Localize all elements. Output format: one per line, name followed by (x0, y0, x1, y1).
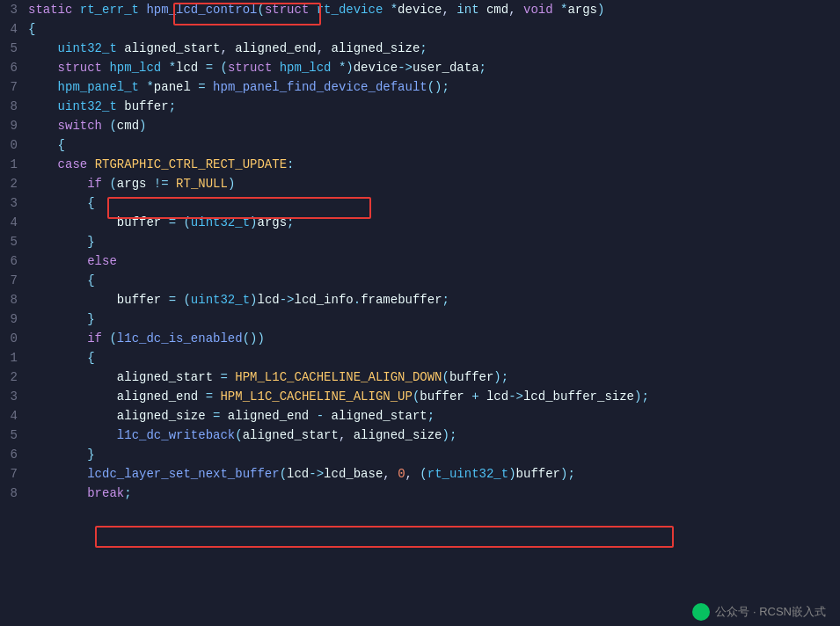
token: = (206, 61, 221, 75)
line-number: 7 (0, 271, 28, 290)
token: = (206, 389, 221, 404)
token: - (317, 409, 332, 423)
line-content: buffer = (uint32_t)args; (28, 213, 840, 232)
line-number: 6 (0, 58, 28, 77)
line-number: 2 (0, 174, 28, 193)
token: ( (235, 428, 242, 442)
line-number: 8 (0, 484, 28, 503)
code-line: 4 buffer = (uint32_t)args; (0, 213, 840, 232)
watermark: 公众号 · RCSN嵌入式 (692, 603, 826, 621)
token: ) (508, 467, 515, 481)
token: ( (420, 467, 427, 481)
line-number: 0 (0, 329, 28, 348)
token: != (154, 177, 176, 191)
token: = (169, 215, 184, 229)
token: { (28, 22, 35, 36)
token: aligned_end (228, 409, 317, 423)
line-number: 8 (0, 290, 28, 309)
token: buffer (420, 389, 471, 404)
token: hpm_lcd (280, 61, 339, 75)
code-line: 6 struct hpm_lcd *lcd = (struct hpm_lcd … (0, 58, 840, 77)
line-number: 6 (0, 251, 28, 271)
token (28, 215, 117, 229)
token: ; (427, 409, 435, 423)
code-line: 7 hpm_panel_t *panel = hpm_panel_find_de… (0, 77, 840, 97)
line-content: else (28, 251, 840, 271)
token: + (471, 389, 486, 404)
token: lcd (486, 389, 508, 404)
token: lcd_buffer_size (523, 389, 634, 404)
line-number: 6 (0, 445, 28, 464)
code-line: 0 { (0, 135, 840, 155)
token: uint32_t (191, 215, 250, 229)
token: ; (169, 99, 176, 113)
token (28, 177, 87, 191)
token: if (87, 177, 109, 191)
token (28, 312, 87, 326)
token: buffer (449, 370, 493, 384)
line-content: aligned_size = aligned_end - aligned_sta… (28, 406, 840, 426)
token: args (257, 215, 287, 229)
token: HPM_L1C_CACHELINE_ALIGN_UP (220, 389, 412, 404)
line-content: if (l1c_dc_is_enabled()) (28, 329, 840, 348)
token: buffer (117, 215, 169, 229)
line-content: { (28, 193, 840, 213)
token: ( (220, 61, 227, 75)
line-number: 5 (0, 426, 28, 445)
token: ; (420, 41, 427, 55)
token: , (442, 3, 457, 17)
token: aligned_size (117, 409, 213, 423)
line-number: 9 (0, 309, 28, 329)
code-line: 9 } (0, 309, 840, 329)
token: lcd_info (295, 293, 354, 307)
line-number: 4 (0, 19, 28, 39)
token: : (287, 157, 294, 171)
token: aligned_start (117, 370, 221, 384)
token: ( (280, 467, 287, 481)
code-line: 2 if (args != RT_NULL) (0, 174, 840, 193)
code-line: 4{ (0, 19, 840, 39)
token: ) (228, 177, 235, 191)
token: rt_uint32_t (427, 467, 508, 481)
token: } (87, 235, 94, 249)
code-line: 1 { (0, 348, 840, 368)
token: lcd (176, 61, 206, 75)
token: aligned_end (235, 41, 316, 55)
token: buffer (124, 99, 168, 113)
token: lcdc_layer_set_next_buffer (87, 467, 279, 481)
line-content: } (28, 309, 840, 329)
token: RT_NULL (176, 177, 228, 191)
token: , (220, 41, 235, 55)
token: HPM_L1C_CACHELINE_ALIGN_DOWN (235, 370, 442, 384)
code-line: 1 case RTGRAPHIC_CTRL_RECT_UPDATE: (0, 155, 840, 174)
token: static (28, 3, 80, 17)
token: = (220, 370, 235, 384)
token: buffer (516, 467, 560, 481)
token: (); (427, 80, 449, 94)
token: ( (109, 331, 116, 346)
code-line: 6 else (0, 251, 840, 271)
code-line: 9 switch (cmd) (0, 116, 840, 135)
line-number: 7 (0, 77, 28, 97)
token: lcd_base (324, 467, 383, 481)
token: = (213, 409, 228, 423)
token: aligned_start (332, 409, 427, 423)
token (28, 41, 58, 55)
line-content: aligned_end = HPM_L1C_CACHELINE_ALIGN_UP… (28, 387, 840, 406)
code-editor: 3static rt_err_t hpm_lcd_control(struct … (0, 0, 840, 626)
code-line: 6 } (0, 445, 840, 464)
token (28, 293, 117, 307)
token: hpm_panel_find_device_default (213, 80, 427, 94)
token: , (405, 467, 420, 481)
code-line: 5 l1c_dc_writeback(aligned_start, aligne… (0, 426, 840, 445)
token: , (383, 467, 398, 481)
token: ); (493, 370, 508, 384)
token: hpm_lcd_control (146, 3, 257, 17)
token: } (87, 312, 94, 326)
code-line: 7 lcdc_layer_set_next_buffer(lcd->lcd_ba… (0, 464, 840, 484)
token: l1c_dc_writeback (117, 428, 235, 442)
code-line: 8 break; (0, 484, 840, 503)
line-content: hpm_panel_t *panel = hpm_panel_find_devi… (28, 77, 840, 97)
line-content: { (28, 135, 840, 155)
token: device (354, 61, 398, 75)
